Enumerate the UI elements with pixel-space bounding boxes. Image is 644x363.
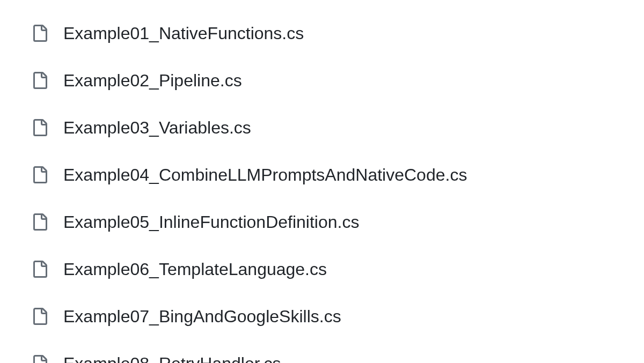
file-list: Example01_NativeFunctions.cs Example02_P… [0,0,644,363]
file-icon [31,353,48,363]
file-name-link[interactable]: Example07_BingAndGoogleSkills.cs [63,307,341,327]
document-icon [31,258,48,280]
file-icon [31,258,48,280]
file-row[interactable]: Example07_BingAndGoogleSkills.cs [31,293,644,340]
file-name-link[interactable]: Example05_InlineFunctionDefinition.cs [63,212,359,232]
document-icon [31,353,48,363]
file-name-link[interactable]: Example01_NativeFunctions.cs [63,24,304,43]
file-name-link[interactable]: Example03_Variables.cs [63,118,251,138]
document-icon [31,164,48,186]
file-icon [31,211,48,233]
file-row[interactable]: Example04_CombineLLMPromptsAndNativeCode… [31,151,644,198]
file-row[interactable]: Example06_TemplateLanguage.cs [31,246,644,293]
file-row[interactable]: Example05_InlineFunctionDefinition.cs [31,198,644,246]
file-icon [31,70,48,91]
file-row[interactable]: Example03_Variables.cs [31,104,644,151]
file-icon [31,306,48,327]
file-icon [31,164,48,186]
file-row[interactable]: Example01_NativeFunctions.cs [31,10,644,57]
file-name-link[interactable]: Example06_TemplateLanguage.cs [63,260,327,279]
document-icon [31,23,48,44]
file-icon [31,117,48,138]
document-icon [31,117,48,138]
file-row[interactable]: Example08_RetryHandler.cs [31,340,644,363]
document-icon [31,211,48,233]
file-name-link[interactable]: Example02_Pipeline.cs [63,71,242,91]
document-icon [31,70,48,91]
file-row[interactable]: Example02_Pipeline.cs [31,57,644,104]
document-icon [31,306,48,327]
file-icon [31,23,48,44]
file-name-link[interactable]: Example04_CombineLLMPromptsAndNativeCode… [63,165,467,185]
file-name-link[interactable]: Example08_RetryHandler.cs [63,354,281,364]
